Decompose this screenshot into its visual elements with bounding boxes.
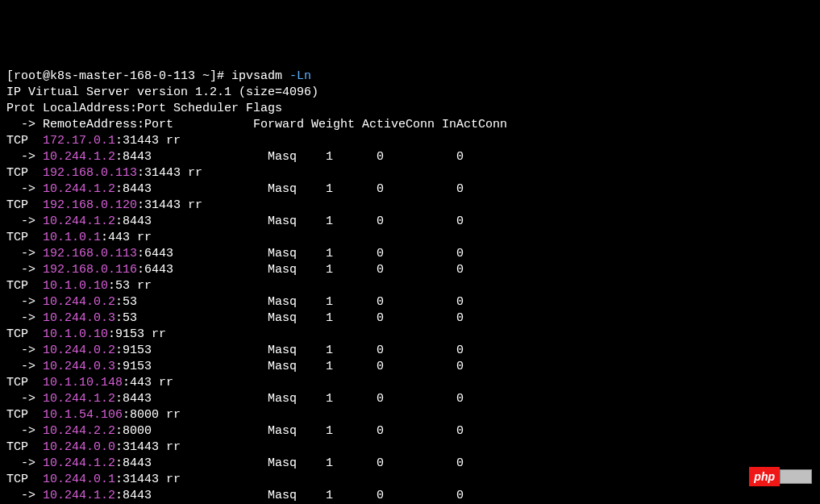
service-row: TCP 10.1.0.10:9153 rr (6, 327, 166, 341)
service-row: TCP 10.1.0.1:443 rr (6, 231, 152, 244)
header-row-1: Prot LocalAddress:Port Scheduler Flags (6, 102, 282, 115)
services-list: TCP 172.17.0.1:31443 rr -> 10.244.1.2:84… (6, 133, 814, 504)
watermark-badge: php (749, 467, 812, 486)
remote-ip: 10.244.1.2 (43, 456, 115, 470)
command-flag: -Ln (282, 69, 311, 83)
service-row: TCP 10.244.0.1:31443 rr (6, 473, 181, 486)
local-ip: 172.17.0.1 (43, 134, 115, 148)
local-ip: 192.168.0.113 (43, 166, 137, 180)
local-ip: 10.1.10.148 (43, 376, 123, 389)
remote-row: -> 192.168.0.116:6443 Masq 1 0 0 (6, 263, 464, 277)
remote-ip: 10.244.1.2 (43, 215, 115, 228)
remote-row: -> 10.244.1.2:8443 Masq 1 0 0 (6, 150, 464, 164)
local-ip: 10.1.0.1 (43, 231, 101, 244)
remote-ip: 10.244.0.3 (43, 360, 115, 373)
header-row-2: -> RemoteAddress:Port Forward Weight Act… (6, 118, 507, 131)
service-row: TCP 10.1.54.106:8000 rr (6, 408, 181, 422)
command-text: ipvsadm (231, 69, 282, 83)
remote-row: -> 10.244.0.3:53 Masq 1 0 0 (6, 311, 464, 325)
remote-ip: 192.168.0.113 (43, 247, 137, 260)
local-ip: 10.1.0.10 (43, 279, 108, 293)
remote-row: -> 10.244.2.2:8000 Masq 1 0 0 (6, 424, 464, 438)
remote-ip: 10.244.1.2 (43, 150, 115, 164)
remote-ip: 10.244.2.2 (43, 424, 115, 438)
remote-row: -> 10.244.1.2:8443 Masq 1 0 0 (6, 456, 464, 470)
terminal-output: [root@k8s-master-168-0-113 ~]# ipvsadm -… (6, 69, 814, 504)
remote-row: -> 10.244.1.2:8443 Masq 1 0 0 (6, 392, 464, 406)
watermark-text: php (749, 467, 780, 486)
local-ip: 192.168.0.120 (43, 198, 137, 212)
remote-ip: 192.168.0.116 (43, 263, 137, 277)
remote-row: -> 10.244.0.3:9153 Masq 1 0 0 (6, 360, 464, 373)
remote-row: -> 10.244.1.2:8443 Masq 1 0 0 (6, 182, 464, 196)
remote-ip: 10.244.0.2 (43, 344, 115, 357)
remote-ip: 10.244.1.2 (43, 182, 115, 196)
remote-ip: 10.244.0.3 (43, 311, 115, 325)
service-row: TCP 10.1.10.148:443 rr (6, 376, 173, 389)
service-row: TCP 172.17.0.1:31443 rr (6, 134, 181, 148)
prompt-prefix: [root@k8s-master-168-0-113 ~]# (6, 69, 231, 83)
watermark-box (780, 469, 812, 484)
service-row: TCP 192.168.0.120:31443 rr (6, 198, 202, 212)
remote-ip: 10.244.0.2 (43, 295, 115, 309)
local-ip: 10.1.54.106 (43, 408, 123, 422)
service-row: TCP 192.168.0.113:31443 rr (6, 166, 202, 180)
service-row: TCP 10.244.0.0:31443 rr (6, 440, 181, 454)
prompt-line-1: [root@k8s-master-168-0-113 ~]# ipvsadm -… (6, 69, 311, 83)
remote-row: -> 10.244.1.2:8443 Masq 1 0 0 (6, 489, 464, 502)
remote-ip: 10.244.1.2 (43, 489, 115, 502)
local-ip: 10.244.0.1 (43, 473, 115, 486)
local-ip: 10.244.0.0 (43, 440, 115, 454)
remote-row: -> 10.244.0.2:53 Masq 1 0 0 (6, 295, 464, 309)
remote-row: -> 10.244.0.2:9153 Masq 1 0 0 (6, 344, 464, 357)
remote-row: -> 192.168.0.113:6443 Masq 1 0 0 (6, 247, 464, 260)
remote-ip: 10.244.1.2 (43, 392, 115, 406)
local-ip: 10.1.0.10 (43, 327, 108, 341)
remote-row: -> 10.244.1.2:8443 Masq 1 0 0 (6, 215, 464, 228)
service-row: TCP 10.1.0.10:53 rr (6, 279, 152, 293)
version-line: IP Virtual Server version 1.2.1 (size=40… (6, 85, 318, 99)
